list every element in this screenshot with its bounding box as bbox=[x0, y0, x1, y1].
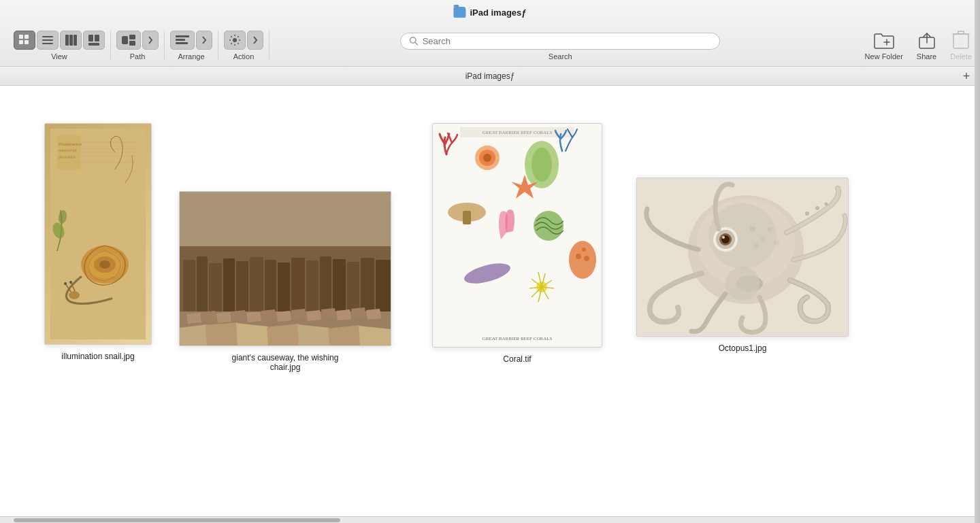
svg-rect-5 bbox=[42, 39, 53, 41]
search-input[interactable] bbox=[423, 36, 712, 46]
svg-rect-54 bbox=[183, 260, 195, 314]
svg-rect-8 bbox=[69, 35, 73, 46]
svg-marker-74 bbox=[246, 311, 261, 322]
svg-marker-77 bbox=[291, 309, 306, 320]
new-folder-button[interactable]: New Folder bbox=[865, 32, 903, 61]
path-buttons bbox=[116, 31, 159, 50]
svg-rect-62 bbox=[291, 258, 305, 314]
toolbar-group-action: Action bbox=[218, 31, 270, 61]
svg-marker-86 bbox=[267, 324, 301, 345]
svg-rect-2 bbox=[19, 40, 23, 44]
resize-handle[interactable] bbox=[975, 0, 980, 523]
file-name-snail: illumination snail.jpg bbox=[61, 352, 134, 361]
file-item-coral[interactable]: GREAT BARRIER REEF CORALS bbox=[422, 113, 612, 374]
svg-rect-11 bbox=[95, 35, 99, 41]
view-grid-button[interactable] bbox=[14, 31, 35, 50]
arrange-chevron-button[interactable] bbox=[196, 31, 212, 50]
svg-point-122 bbox=[761, 237, 765, 241]
octopus-artwork bbox=[637, 178, 848, 336]
svg-rect-61 bbox=[278, 263, 290, 314]
search-group: Search bbox=[270, 33, 851, 61]
svg-marker-88 bbox=[328, 325, 362, 345]
svg-point-125 bbox=[774, 240, 779, 246]
window-folder-icon bbox=[453, 7, 466, 18]
svg-rect-67 bbox=[361, 258, 374, 314]
svg-point-116 bbox=[722, 236, 725, 239]
scrollbar-thumb[interactable] bbox=[14, 518, 340, 522]
svg-rect-16 bbox=[176, 35, 189, 37]
svg-text:manuscript: manuscript bbox=[59, 148, 77, 152]
action-gear-button[interactable] bbox=[224, 31, 246, 50]
svg-text:decorative: decorative bbox=[59, 155, 76, 159]
svg-point-97 bbox=[532, 148, 552, 182]
action-buttons bbox=[224, 31, 263, 50]
svg-point-44 bbox=[64, 282, 67, 285]
svg-marker-82 bbox=[366, 309, 381, 320]
svg-text:GREAT BARRIER REEF CORALS: GREAT BARRIER REEF CORALS bbox=[483, 130, 553, 135]
file-item-octopus[interactable]: Octopus1.jpg bbox=[626, 167, 859, 363]
file-item-snail[interactable]: illumination manuscript decorative illum… bbox=[34, 113, 162, 371]
svg-point-124 bbox=[768, 227, 772, 231]
arrange-buttons bbox=[170, 31, 212, 50]
coral-artwork: GREAT BARRIER REEF CORALS bbox=[433, 124, 602, 347]
svg-point-104 bbox=[584, 256, 589, 261]
svg-rect-1 bbox=[24, 35, 29, 39]
search-box[interactable] bbox=[400, 33, 720, 50]
view-list-button[interactable] bbox=[37, 31, 59, 50]
arrange-label: Arrange bbox=[178, 52, 204, 61]
svg-point-123 bbox=[754, 244, 759, 249]
svg-rect-59 bbox=[250, 257, 263, 314]
svg-rect-10 bbox=[88, 35, 93, 41]
right-tools: New Folder Share bbox=[851, 31, 972, 61]
window-title: iPad imagesƒ bbox=[453, 7, 526, 18]
share-button[interactable]: Share bbox=[917, 32, 936, 61]
svg-rect-17 bbox=[176, 39, 185, 41]
file-name-coral: Coral.tif bbox=[503, 354, 531, 364]
svg-point-41 bbox=[69, 291, 80, 299]
files-grid: illumination manuscript decorative illum… bbox=[20, 99, 960, 382]
view-label: View bbox=[51, 52, 67, 61]
svg-marker-80 bbox=[336, 309, 351, 320]
svg-point-101 bbox=[569, 241, 596, 279]
svg-rect-13 bbox=[122, 36, 128, 44]
view-cover-button[interactable] bbox=[83, 31, 105, 50]
delete-button[interactable]: Delete bbox=[950, 31, 972, 61]
path-chevron-button[interactable] bbox=[142, 31, 159, 50]
file-name-causeway: giant's causeway, the wishing chair.jpg bbox=[217, 353, 353, 372]
breadcrumb-text: iPad imagesƒ bbox=[466, 71, 515, 81]
svg-marker-87 bbox=[297, 324, 331, 345]
svg-rect-12 bbox=[88, 43, 99, 46]
svg-marker-72 bbox=[216, 312, 231, 323]
svg-point-45 bbox=[69, 281, 72, 284]
svg-rect-6 bbox=[42, 43, 53, 44]
svg-rect-25 bbox=[953, 34, 968, 48]
svg-rect-64 bbox=[320, 256, 331, 314]
view-columns-button[interactable] bbox=[60, 31, 82, 50]
svg-rect-15 bbox=[129, 41, 135, 46]
toolbar-group-arrange: Arrange bbox=[165, 31, 218, 61]
view-buttons bbox=[14, 31, 105, 50]
file-item-causeway[interactable]: giant's causeway, the wishing chair.jpg bbox=[169, 181, 402, 382]
action-chevron-button[interactable] bbox=[247, 31, 263, 50]
svg-rect-7 bbox=[65, 35, 69, 46]
svg-rect-65 bbox=[333, 259, 346, 314]
arrange-button[interactable] bbox=[170, 31, 195, 50]
svg-rect-68 bbox=[376, 260, 391, 314]
toolbar-group-view: View bbox=[8, 31, 111, 61]
add-tab-button[interactable]: + bbox=[960, 69, 973, 83]
path-button[interactable] bbox=[116, 31, 141, 50]
svg-line-21 bbox=[415, 42, 417, 44]
bottom-scrollbar[interactable] bbox=[0, 516, 980, 523]
svg-rect-0 bbox=[19, 35, 23, 39]
svg-point-119 bbox=[815, 206, 819, 210]
svg-text:GREAT BARRIER REEF CORALS: GREAT BARRIER REEF CORALS bbox=[483, 336, 553, 341]
svg-point-120 bbox=[825, 203, 828, 206]
breadcrumb-bar: iPad imagesƒ + bbox=[0, 67, 980, 86]
action-label: Action bbox=[233, 52, 255, 61]
main-content: illumination manuscript decorative illum… bbox=[0, 86, 980, 516]
delete-label: Delete bbox=[950, 52, 972, 61]
svg-marker-84 bbox=[206, 322, 240, 345]
svg-marker-89 bbox=[359, 326, 391, 345]
svg-marker-81 bbox=[351, 307, 366, 318]
toolbar-group-path: Path bbox=[111, 31, 165, 61]
